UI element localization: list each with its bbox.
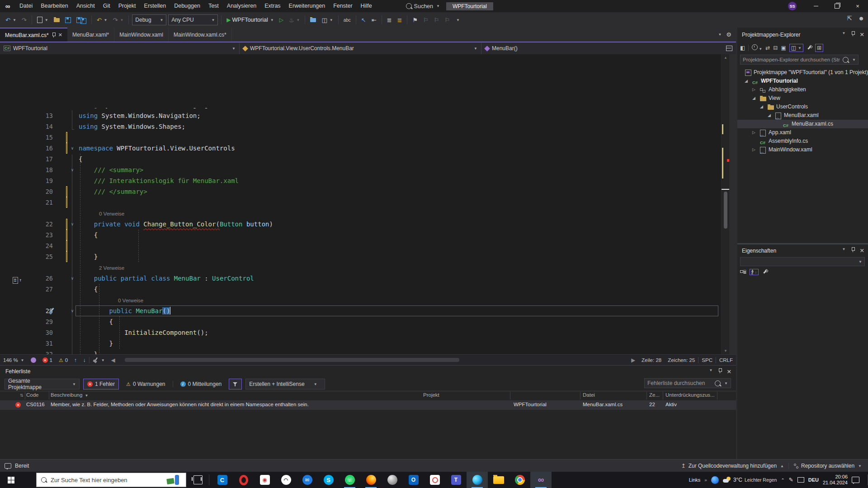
avatar[interactable]: SS	[788, 2, 797, 10]
taskbar-app-firefox[interactable]	[360, 472, 382, 488]
pin-icon[interactable]	[851, 31, 854, 36]
taskbar-app-skype[interactable]: S	[318, 472, 339, 488]
chevron-expanded-icon[interactable]: ◢	[760, 103, 763, 111]
taskbar-app-teams[interactable]: T	[445, 472, 467, 488]
hot-reload-button[interactable]: ♨▼	[287, 14, 302, 25]
navigate-cursor-button[interactable]: ↖	[359, 14, 368, 25]
code-line[interactable]: 32 }	[0, 349, 721, 354]
code-line[interactable]: 24	[0, 240, 721, 251]
tree-item-wpftourtorial[interactable]: ◢C#WPFTourtorial	[737, 77, 868, 85]
properties-object-combobox[interactable]: ▼	[740, 257, 865, 266]
window-position-icon[interactable]: ▼	[842, 31, 846, 38]
clear-bookmarks-button[interactable]: ⚐	[443, 14, 452, 25]
taskbar-app-chrome[interactable]	[509, 472, 530, 488]
menu-item-test[interactable]: Test	[204, 0, 223, 12]
code-line[interactable]: 31 }	[0, 338, 721, 349]
collapse-chevron-icon[interactable]: ∨	[69, 273, 76, 284]
line-ending-mode[interactable]: CRLF	[716, 355, 736, 366]
warning-count[interactable]: ⚠0	[56, 355, 71, 366]
column-header[interactable]: Code	[26, 392, 39, 398]
scroll-down-icon[interactable]: ▼	[722, 349, 730, 353]
feedback-bubble-icon[interactable]	[5, 463, 11, 469]
chevron-collapsed-icon[interactable]: ▷	[752, 85, 755, 94]
taskbar-search-box[interactable]: Zur Suche Text hier eingeben	[36, 473, 186, 487]
code-line[interactable]: 13using System.Windows.Navigation;	[0, 110, 721, 121]
code-health-icon[interactable]	[28, 355, 39, 366]
error-count[interactable]: ✕1	[39, 355, 56, 366]
code-line[interactable]: 21	[0, 197, 721, 208]
code-line[interactable]: 19 /// Interaktionslogik für MenuBar.xam…	[0, 175, 721, 186]
new-file-button[interactable]: ▼	[35, 14, 50, 25]
search-box[interactable]: Suchen ▼	[406, 3, 440, 9]
pin-icon[interactable]	[52, 33, 55, 38]
redo-button[interactable]: ↷▼	[111, 14, 125, 25]
previous-issue-button[interactable]: ↑	[71, 355, 80, 366]
code-line[interactable]: 28∨ public MenuBar()	[0, 305, 721, 316]
taskbar-app-opera[interactable]	[233, 472, 254, 488]
column-header[interactable]: Datei	[583, 392, 595, 398]
menu-item-git[interactable]: Git	[99, 0, 114, 12]
code-line[interactable]: 23 {	[0, 230, 721, 240]
document-outline-button[interactable]: ◫▼	[320, 14, 335, 25]
code-line[interactable]: 30 InitializeComponent();	[0, 327, 721, 338]
window-position-icon[interactable]: ▼	[842, 247, 846, 254]
code-editor[interactable]: using System.Windows.Media.Imaging;13usi…	[0, 54, 736, 354]
pending-changes-filter-icon[interactable]: ▼	[752, 44, 762, 52]
chevron-expanded-icon[interactable]: ◢	[745, 77, 748, 85]
select-repository-button[interactable]: Repository auswählen▼	[793, 463, 862, 469]
links-toolbar[interactable]: Links	[689, 477, 701, 483]
close-icon[interactable]: ✕	[860, 247, 864, 254]
messages-filter-button[interactable]: i0 Mitteilungen	[177, 379, 226, 389]
show-all-files-icon[interactable]: ▣	[781, 45, 786, 51]
toolbar-overflow-button[interactable]: ▼	[453, 14, 462, 25]
switch-views-icon[interactable]: ◧	[740, 45, 745, 51]
tree-item-projektmappe-wpftourtorial-1-von-1-projekt-[interactable]: Projektmappe "WPFTourtorial" (1 von 1 Pr…	[737, 68, 868, 77]
tab-mainwindowxamlcs[interactable]: MainWindow.xaml.cs*	[169, 28, 232, 42]
properties-wrench-icon[interactable]	[807, 45, 812, 51]
hscroll-right-icon[interactable]: ▶	[628, 355, 638, 366]
show-hidden-icons-button[interactable]: ⌃	[781, 478, 784, 483]
increase-indent-button[interactable]: ≣	[396, 14, 404, 25]
column-header[interactable]: Projekt	[423, 392, 439, 398]
taskbar-app-app-c[interactable]: C	[212, 472, 233, 488]
errors-filter-button[interactable]: ✕1 Fehler	[83, 379, 119, 389]
navigate-back-button[interactable]: ↶▼	[4, 14, 18, 25]
window-position-icon[interactable]: ▼	[709, 368, 713, 375]
collapse-all-icon[interactable]: ⊟	[773, 45, 778, 51]
scope-combobox[interactable]: Gesamte Projektmappe▼	[5, 379, 80, 389]
solution-explorer-search-box[interactable]: Projektmappen-Explorer durchsuchen (Strg…	[740, 55, 859, 65]
tree-item-view[interactable]: ◢View	[737, 94, 868, 103]
pin-icon[interactable]	[718, 368, 722, 373]
breadcrumb-project[interactable]: C# WPFTourtorial▼	[0, 43, 240, 54]
taskbar-app-visual-studio[interactable]: ∞	[530, 472, 552, 488]
code-line[interactable]: 20 /// </summary>	[0, 186, 721, 197]
links-overflow-icon[interactable]: »	[704, 478, 707, 483]
code-line[interactable]: 15	[0, 132, 721, 143]
pen-icon[interactable]: ✎	[789, 477, 793, 483]
display-icon[interactable]	[797, 477, 804, 483]
taskbar-app-sphere-app[interactable]	[382, 472, 403, 488]
code-line[interactable]: 18∨ /// <summary>	[0, 164, 721, 175]
link-favicon[interactable]	[711, 476, 719, 484]
taskbar-app-edge[interactable]	[467, 472, 488, 488]
menu-item-ansicht[interactable]: Ansicht	[72, 0, 99, 12]
categorized-icon[interactable]	[740, 270, 746, 275]
preview-selected-items-icon[interactable]: ⊞	[815, 44, 823, 52]
column-header[interactable]: Beschreibung ▼	[51, 392, 88, 398]
close-icon[interactable]: ✕	[727, 368, 731, 375]
tree-item-assemblyinfo-cs[interactable]: C#AssemblyInfo.cs	[737, 137, 868, 145]
scroll-up-icon[interactable]: ▲	[722, 56, 730, 60]
menu-item-fenster[interactable]: Fenster	[329, 0, 356, 12]
collapse-chevron-icon[interactable]: ∨	[69, 305, 76, 316]
line-structure-button[interactable]: ⇤	[370, 14, 378, 25]
start-button[interactable]	[0, 472, 22, 488]
split-window-button[interactable]	[726, 46, 736, 51]
weather-widget[interactable]: 3°C Leichter Regen	[723, 477, 777, 483]
taskbar-app-outlook[interactable]: O	[403, 472, 424, 488]
action-center-icon[interactable]	[852, 477, 859, 483]
tab-menubarxamlcs[interactable]: MenuBar.xaml.cs*✕	[0, 28, 67, 42]
start-debugging-button[interactable]: ▶ WPFTourtorial▼	[225, 14, 275, 25]
chevron-collapsed-icon[interactable]: ▷	[752, 128, 755, 137]
code-line[interactable]: 17{	[0, 154, 721, 164]
next-bookmark-button[interactable]: ⚐	[432, 14, 441, 25]
